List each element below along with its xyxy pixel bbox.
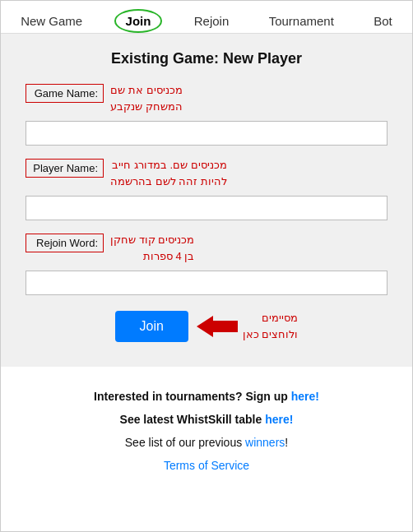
nav-new-game[interactable]: New Game — [12, 9, 90, 33]
rejoin-word-hint: מכניסים קוד שחקן בן 4 ספרות — [110, 232, 194, 264]
player-name-label: Player Name: — [26, 159, 104, 178]
join-hint-text: מסיימים ולוחצים כאן — [243, 310, 299, 342]
player-name-section: Player Name: מכניסים שם. במדורג חייב להי… — [26, 157, 387, 220]
rejoin-word-input[interactable] — [26, 271, 387, 295]
nav-tournament[interactable]: Tournament — [261, 9, 342, 33]
nav-rejoin[interactable]: Rejoin — [186, 9, 238, 33]
rejoin-word-label: Rejoin Word: — [26, 234, 104, 252]
terms-of-service-link[interactable]: Terms of Service — [164, 459, 249, 472]
promo-line3: See list of our previous winners! — [17, 431, 396, 454]
rejoin-word-section: Rejoin Word: מכניסים קוד שחקן בן 4 ספרות — [26, 232, 387, 295]
nav-bar: New Game Join Rejoin Tournament Bot — [1, 1, 412, 34]
game-name-label: Game Name: — [26, 84, 104, 103]
player-name-hint: מכניסים שם. במדורג חייב להיות זהה לשם בה… — [110, 157, 227, 189]
promo-line1: Interested in tournaments? Sign up here! — [17, 385, 396, 408]
game-name-input[interactable] — [26, 121, 387, 146]
promo-here2-link[interactable]: here! — [265, 413, 293, 426]
svg-marker-0 — [197, 316, 238, 337]
game-name-section: Game Name: מכניסים את שם המשחק שנקבע — [26, 82, 387, 146]
join-button[interactable]: Join — [115, 311, 188, 342]
form-title: Existing Game: New Player — [26, 50, 387, 67]
nav-bot[interactable]: Bot — [365, 9, 401, 33]
promo-here1-link[interactable]: here! — [291, 390, 319, 403]
player-name-input[interactable] — [26, 196, 387, 220]
left-arrow-icon — [197, 314, 238, 339]
main-form-area: Existing Game: New Player Game Name: מכנ… — [1, 34, 412, 367]
game-name-hint: מכניסים את שם המשחק שנקבע — [110, 82, 183, 114]
promo-line2: See latest WhistSkill table here! — [17, 408, 396, 431]
promo-terms: Terms of Service — [17, 454, 396, 477]
join-area: Join מסיימים ולוחצים כאן — [26, 310, 387, 342]
promo-winners-link[interactable]: winners — [245, 436, 285, 449]
promo-section: Interested in tournaments? Sign up here!… — [1, 367, 412, 485]
nav-join[interactable]: Join — [114, 9, 163, 33]
arrow-hint: מסיימים ולוחצים כאן — [197, 310, 299, 342]
